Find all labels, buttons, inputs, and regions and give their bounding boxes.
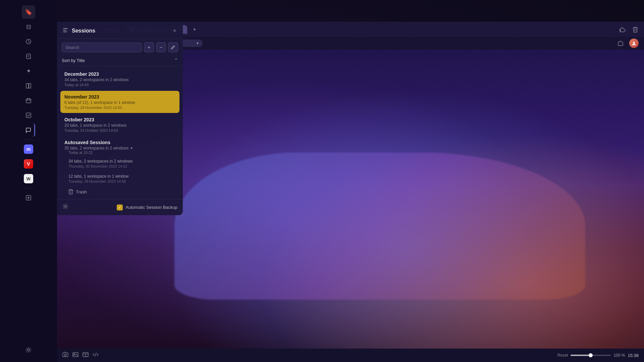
trash-browser-icon[interactable] [631,25,640,34]
sessions-panel: Sessions × + − Sort by Title ⌃ December … [57,22,183,215]
bookmark-icon[interactable]: 🔖 [22,5,35,19]
autosaved-meta-row: 35 tabs, 2 workspaces in 2 windows ▾ [64,146,175,150]
sort-chevron-icon[interactable]: ⌃ [174,58,178,63]
svg-rect-7 [26,99,31,103]
svg-point-23 [65,206,66,207]
session-meta-october: 20 tabs, 1 workspace in 2 windows [64,123,175,128]
zoom-controls: Reset 100 % 15:38 [557,353,639,358]
mastodon-favicon: m [24,144,33,154]
sub-session-2[interactable]: 12 tabs, 1 workspace in 1 window Tuesday… [60,171,179,186]
sort-label: Sort by Title [62,58,85,63]
session-date-december: Today at 14:43 [64,83,175,87]
status-icons [62,352,99,359]
sessions-header-icon [62,27,68,35]
sub-session-1[interactable]: 34 tabs, 2 workspaces in 2 windows Thurs… [60,156,179,171]
session-item-december[interactable]: December 2023 34 tabs, 2 workspaces in 2… [60,68,179,90]
cloud-icon[interactable] [618,25,627,34]
wikipedia-icon[interactable]: W [22,172,35,185]
autosaved-date: Today at 15:22 [64,150,175,155]
wikipedia-favicon: W [24,174,33,183]
session-name-october: October 2023 [64,117,175,122]
session-name-november: November 2023 [64,94,175,100]
session-item-october[interactable]: October 2023 20 tabs, 1 workspace in 2 w… [60,114,179,136]
chat-icon[interactable] [22,123,35,137]
image-icon[interactable] [72,352,78,359]
trash-icon [68,189,73,194]
left-sidebar: 🔖 ⊟ ✦ [0,0,57,362]
autosaved-header[interactable]: Autosaved Sessions 35 tabs, 2 workspaces… [60,136,179,156]
car-silhouette [174,153,585,300]
session-name-december: December 2023 [64,71,175,77]
session-date-october: Tuesday, 24 October 2023 14:03 [64,128,175,132]
sidebar-divider-2 [23,188,34,188]
sidebar-divider-1 [23,139,34,140]
sub-session-1-date: Thursday, 30 November 2023 14:22 [68,164,175,168]
svg-point-24 [64,354,66,356]
autosaved-name: Autosaved Sessions [64,140,175,145]
calendar-icon[interactable] [22,94,35,107]
vivaldi-icon[interactable]: V [22,157,35,171]
sub-session-1-meta: 34 tabs, 2 workspaces in 2 windows [68,159,175,164]
panel-header: Sessions × [57,22,183,39]
auto-backup-checkbox[interactable]: ✓ [117,204,123,210]
reader-icon[interactable] [22,79,35,93]
session-date-november: Tuesday, 28 November 2023 14:03 [64,106,175,110]
svg-point-15 [28,349,30,351]
session-meta-november: 6 tabs (of 12), 1 workspace in 1 window [64,100,175,105]
bookmarks-star-icon[interactable]: ✦ [22,64,35,78]
add-panel-icon[interactable] [22,191,35,204]
zoom-reset-button[interactable]: Reset [557,353,568,358]
zoom-slider-fill [571,355,591,356]
sessions-search-input[interactable] [62,43,142,52]
session-list: December 2023 34 tabs, 2 workspaces in 2… [57,66,183,199]
svg-point-20 [633,42,635,44]
session-item-november[interactable]: November 2023 6 tabs (of 12), 1 workspac… [60,91,179,113]
panel-settings-icon[interactable] [62,203,68,211]
panel-footer: ✓ Automatic Session Backup [57,199,183,215]
zoom-slider[interactable] [571,355,611,356]
sub-session-2-date: Tuesday, 28 November 2023 14:58 [68,179,175,183]
sort-bar[interactable]: Sort by Title ⌃ [57,56,183,66]
status-bar: Reset 100 % 15:38 [57,349,644,362]
vivaldi-favicon: V [24,159,33,169]
mastodon-icon[interactable]: m [22,142,35,156]
session-meta-december: 34 tabs, 2 workspaces in 2 windows [64,77,175,82]
window-icon[interactable] [83,352,89,359]
autosaved-dropdown-arrow[interactable]: ▾ [130,146,132,150]
svg-rect-11 [26,113,31,118]
auto-backup-row: ✓ Automatic Session Backup [117,204,177,210]
svg-line-30 [95,353,96,356]
add-session-button[interactable]: + [144,42,154,52]
zoom-percent: 100 % [613,353,625,358]
panel-search-row: + − [57,39,183,56]
status-time: 15:38 [628,353,639,358]
code-icon[interactable] [93,352,99,359]
remove-session-button[interactable]: − [156,42,166,52]
settings-sidebar-icon[interactable] [22,343,35,357]
autosaved-meta: 35 tabs, 2 workspaces in 2 windows [64,146,128,150]
trash-label: Trash [76,189,87,194]
tasks-icon[interactable] [22,109,35,122]
svg-rect-6 [29,83,31,88]
camera-icon[interactable] [62,352,68,359]
user-avatar[interactable] [629,39,639,48]
panels-icon[interactable]: ⊟ [22,20,35,34]
trash-item[interactable]: Trash [60,186,179,197]
new-tab-button[interactable]: + [190,25,199,34]
auto-backup-label: Automatic Session Backup [125,205,177,210]
zoom-slider-thumb [589,353,593,357]
svg-rect-5 [26,83,29,88]
history-icon[interactable] [22,35,35,48]
search-dropdown[interactable]: ▾ [197,41,199,46]
panel-close-button[interactable]: × [172,26,177,35]
notes-icon[interactable] [22,50,35,63]
edit-session-button[interactable] [168,42,178,52]
sessions-panel-title: Sessions [72,28,168,34]
browser-action-icons [616,39,639,48]
sub-session-2-meta: 12 tabs, 1 workspace in 1 window [68,174,175,179]
extensions-icon[interactable] [616,39,625,48]
